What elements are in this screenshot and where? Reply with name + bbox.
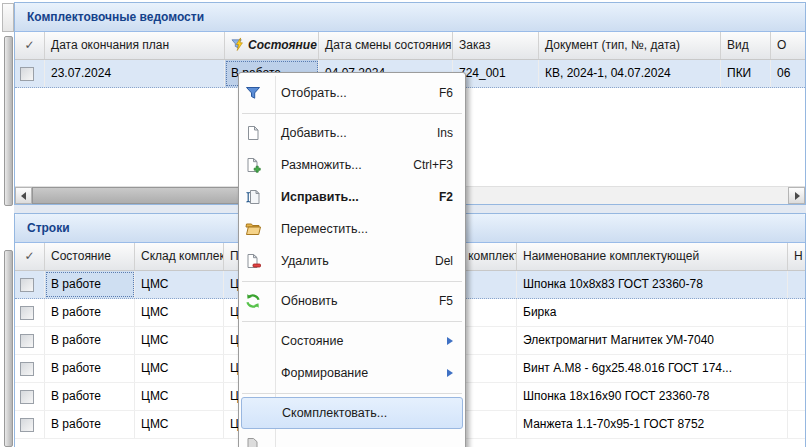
menu-separator bbox=[239, 317, 465, 325]
app-window: Комплектовочные ведомости ✓ Дата окончан… bbox=[0, 0, 806, 447]
splitter-collapse-button[interactable] bbox=[2, 3, 14, 32]
add-page-icon bbox=[245, 125, 261, 141]
cell-warehouse[interactable]: ЦМС bbox=[135, 327, 224, 354]
menu-item-state[interactable]: Состояние bbox=[239, 325, 465, 357]
cell-state[interactable]: В работе bbox=[45, 411, 135, 438]
scroll-left-icon bbox=[21, 192, 26, 200]
scroll-left-button[interactable] bbox=[15, 187, 32, 204]
cell-n[interactable] bbox=[788, 299, 805, 326]
row-check-cell bbox=[15, 383, 45, 410]
page-gray-icon bbox=[245, 437, 261, 447]
column-header-check[interactable]: ✓ bbox=[15, 243, 45, 270]
column-header-order[interactable]: Заказ bbox=[453, 32, 539, 59]
menu-separator bbox=[239, 277, 465, 285]
column-header-date-plan[interactable]: Дата окончания план bbox=[45, 32, 225, 59]
menu-item-add[interactable]: Добавить... Ins bbox=[239, 117, 465, 149]
column-header-o[interactable]: О bbox=[771, 32, 805, 59]
row-checkbox[interactable] bbox=[20, 390, 34, 404]
no-icon bbox=[246, 405, 262, 421]
cell-component-name[interactable]: Электромагнит Магнитек УМ-7040 bbox=[517, 327, 788, 354]
row-checkbox[interactable] bbox=[20, 67, 34, 81]
menu-item-edit[interactable]: Исправить... F2 bbox=[239, 181, 465, 213]
scroll-right-button[interactable] bbox=[788, 187, 805, 204]
column-header-document[interactable]: Документ (тип, №, дата) bbox=[539, 32, 721, 59]
cell-state[interactable]: В работе bbox=[45, 355, 135, 382]
column-header-state[interactable]: Состояние bbox=[225, 32, 319, 59]
cell-date-plan[interactable]: 23.07.2024 bbox=[45, 60, 225, 87]
cell-state[interactable]: В работе bbox=[45, 327, 135, 354]
no-icon bbox=[245, 365, 261, 381]
row-checkbox[interactable] bbox=[20, 278, 34, 292]
row-check-cell bbox=[15, 327, 45, 354]
menu-item-delete[interactable]: Удалить Del bbox=[239, 245, 465, 277]
row-checkbox[interactable] bbox=[20, 306, 34, 320]
cell-component-name[interactable]: Бирка bbox=[517, 299, 788, 326]
cell-n[interactable] bbox=[788, 383, 805, 410]
cell-document[interactable]: КВ, 2024-1, 04.07.2024 bbox=[539, 60, 721, 87]
cell-component-name[interactable]: Манжета 1.1-70x95-1 ГОСТ 8752 bbox=[517, 411, 788, 438]
column-header-warehouse[interactable]: Склад комплектации bbox=[135, 243, 224, 270]
refresh-icon bbox=[245, 293, 261, 309]
menu-separator bbox=[239, 109, 465, 117]
menu-item-duplicate[interactable]: Размножить... Ctrl+F3 bbox=[239, 149, 465, 181]
menu-item-forming[interactable]: Формирование bbox=[239, 357, 465, 389]
menu-item-assemble[interactable]: Скомплектовать... bbox=[241, 397, 463, 429]
submenu-arrow-icon bbox=[447, 337, 453, 345]
cell-component-name[interactable]: Шпонка 18x16x90 ГОСТ 23360-78 bbox=[517, 383, 788, 410]
column-header-state[interactable]: Состояние bbox=[45, 243, 135, 270]
edit-page-icon bbox=[245, 189, 261, 205]
cell-state[interactable]: В работе bbox=[45, 271, 135, 298]
row-check-cell bbox=[15, 299, 45, 326]
row-checkbox[interactable] bbox=[20, 418, 34, 432]
cell-kind[interactable]: ПКИ bbox=[721, 60, 771, 87]
menu-item-refresh[interactable]: Обновить F5 bbox=[239, 285, 465, 317]
row-check-cell bbox=[15, 271, 45, 298]
row-check-cell bbox=[15, 355, 45, 382]
row-checkbox[interactable] bbox=[20, 334, 34, 348]
menu-item-filter[interactable]: Отобрать... F6 bbox=[239, 77, 465, 109]
menu-separator bbox=[239, 389, 465, 397]
filter-lightning-icon bbox=[231, 35, 246, 59]
context-menu: Отобрать... F6 Добавить... Ins Размножит… bbox=[238, 72, 466, 447]
column-header-date-state[interactable]: Дата смены состояния bbox=[319, 32, 453, 59]
delete-page-icon bbox=[245, 253, 261, 269]
cell-state[interactable]: В работе bbox=[45, 383, 135, 410]
top-grid-header: ✓ Дата окончания план Состояние Дата сме… bbox=[15, 32, 805, 60]
submenu-arrow-icon bbox=[447, 369, 453, 377]
panel-title-picking-lists: Комплектовочные ведомости bbox=[15, 3, 805, 32]
cell-n[interactable] bbox=[788, 411, 805, 438]
cell-extra[interactable]: 06 bbox=[771, 60, 805, 87]
menu-item-move[interactable]: Переместить... bbox=[239, 213, 465, 245]
cell-state[interactable]: В работе bbox=[45, 299, 135, 326]
no-icon bbox=[245, 333, 261, 349]
cell-warehouse[interactable]: ЦМС bbox=[135, 299, 224, 326]
scroll-right-icon bbox=[795, 192, 800, 200]
move-folder-icon bbox=[245, 221, 261, 237]
cell-warehouse[interactable]: ЦМС bbox=[135, 271, 224, 298]
row-checkbox[interactable] bbox=[20, 362, 34, 376]
cell-warehouse[interactable]: ЦМС bbox=[135, 355, 224, 382]
column-header-check[interactable]: ✓ bbox=[15, 32, 45, 59]
vertical-splitter-bar[interactable] bbox=[4, 250, 13, 447]
column-header-n[interactable]: Н bbox=[788, 243, 805, 270]
row-check-cell bbox=[15, 411, 45, 438]
column-header-kind[interactable]: Вид bbox=[721, 32, 771, 59]
cell-n[interactable] bbox=[788, 355, 805, 382]
cell-n[interactable] bbox=[788, 271, 805, 298]
filter-icon bbox=[245, 85, 261, 101]
duplicate-page-icon bbox=[245, 157, 261, 173]
cell-component-name[interactable]: Шпонка 10x8x83 ГОСТ 23360-78 bbox=[517, 271, 788, 298]
menu-item-partial[interactable] bbox=[239, 429, 465, 447]
row-check-cell bbox=[15, 60, 45, 87]
cell-n[interactable] bbox=[788, 327, 805, 354]
column-header-component-name[interactable]: Наименование комплектующей bbox=[517, 243, 788, 270]
vertical-splitter-bar[interactable] bbox=[4, 36, 13, 206]
cell-warehouse[interactable]: ЦМС bbox=[135, 383, 224, 410]
cell-warehouse[interactable]: ЦМС bbox=[135, 411, 224, 438]
cell-component-name[interactable]: Винт А.М8 - 6gx25.48.016 ГОСТ 174... bbox=[517, 355, 788, 382]
